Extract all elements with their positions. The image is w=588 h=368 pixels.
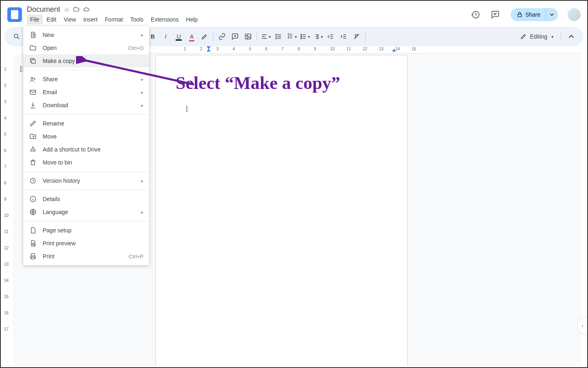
- file-menu-dropdown: New ▸ Open Ctrl+O Make a copy Share ▸ Em…: [23, 26, 149, 265]
- svg-point-6: [301, 38, 302, 39]
- doc-title[interactable]: Document: [27, 5, 60, 14]
- menu-label: Print preview: [43, 240, 144, 247]
- search-icon[interactable]: [11, 30, 23, 43]
- docs-logo-icon[interactable]: [7, 7, 22, 22]
- menu-item-open[interactable]: Open Ctrl+O: [23, 41, 149, 54]
- menu-item-details[interactable]: Details: [23, 193, 149, 206]
- align-button[interactable]: ▾: [259, 30, 272, 43]
- menu-separator: [23, 114, 149, 115]
- ruler-tick: 12: [4, 246, 9, 250]
- link-button[interactable]: [216, 30, 228, 43]
- menu-label: Details: [43, 196, 144, 202]
- menu-label: Move: [43, 133, 144, 140]
- menu-extensions[interactable]: Extensions: [148, 15, 182, 24]
- svg-point-8: [20, 69, 21, 69]
- menu-separator: [23, 221, 149, 221]
- menu-file[interactable]: File: [27, 15, 43, 24]
- ruler-tick: 2: [200, 47, 203, 51]
- ruler-tick: 15: [4, 294, 9, 299]
- menu-item-shortcut[interactable]: Add a shortcut to Drive: [23, 143, 149, 156]
- ruler-tick: 3: [4, 100, 7, 104]
- menu-item-preview[interactable]: Print preview: [23, 237, 149, 250]
- menu-label: Make a copy: [43, 58, 144, 64]
- editing-mode-select[interactable]: Editing ▾: [517, 32, 557, 41]
- text-color-button[interactable]: A: [185, 30, 198, 43]
- ruler-vertical[interactable]: 1234567891011121314151617: [3, 55, 11, 366]
- page-icon: [29, 226, 37, 234]
- checklist-button[interactable]: ▾: [285, 30, 298, 43]
- menubar: File Edit View Insert Format Tools Exten…: [27, 15, 468, 24]
- ruler-tick: 9: [4, 197, 7, 201]
- cloud-saved-icon[interactable]: [83, 6, 89, 13]
- move-to-drive-icon[interactable]: [73, 6, 80, 13]
- star-icon[interactable]: ☆: [63, 6, 70, 13]
- menu-help[interactable]: Help: [183, 15, 201, 24]
- pencil-icon: [520, 33, 527, 40]
- share-button[interactable]: Share: [511, 8, 545, 21]
- menu-item-download[interactable]: Download ▸: [23, 99, 149, 112]
- ruler-tick: 1: [184, 47, 186, 51]
- left-indent-marker[interactable]: [207, 49, 211, 52]
- ruler-tick: 8: [298, 47, 300, 51]
- menu-item-rename[interactable]: Rename: [23, 117, 149, 130]
- ruler-tick: 10: [4, 213, 9, 218]
- indent-decrease-button[interactable]: [324, 30, 337, 43]
- menu-label: Version history: [43, 178, 135, 184]
- menu-item-make-a-copy[interactable]: Make a copy: [23, 54, 149, 67]
- svg-point-1: [14, 34, 18, 38]
- avatar[interactable]: [568, 8, 581, 21]
- bulleted-list-button[interactable]: ▾: [298, 30, 311, 43]
- image-button[interactable]: [242, 30, 254, 43]
- menu-label: Move to bin: [43, 159, 144, 166]
- clear-format-button[interactable]: [351, 30, 363, 43]
- comments-icon[interactable]: [488, 7, 503, 22]
- menu-item-page-setup[interactable]: Page setup: [23, 224, 149, 237]
- menu-item-bin[interactable]: Move to bin: [23, 156, 149, 169]
- menu-item-share[interactable]: Share ▸: [23, 73, 149, 86]
- svg-rect-10: [32, 60, 35, 63]
- menu-format[interactable]: Format: [102, 15, 126, 24]
- ruler-tick: 13: [379, 47, 383, 51]
- ruler-tick: 7: [281, 47, 284, 51]
- menu-label: Rename: [43, 120, 144, 127]
- page[interactable]: [155, 55, 407, 366]
- share-dropdown[interactable]: [545, 8, 558, 21]
- ruler-tick: 6: [4, 148, 7, 153]
- menu-shortcut: Ctrl+O: [128, 45, 144, 51]
- chevron-down-icon: ▾: [551, 35, 553, 39]
- comment-button[interactable]: [229, 30, 241, 43]
- menu-tools[interactable]: Tools: [127, 15, 147, 24]
- underline-button[interactable]: U: [172, 30, 185, 43]
- ruler-tick: 14: [395, 47, 400, 51]
- svg-point-7: [20, 67, 21, 67]
- indent-increase-button[interactable]: [338, 30, 350, 43]
- menu-item-move[interactable]: Move: [23, 130, 149, 143]
- ruler-tick: 9: [314, 47, 316, 51]
- download-icon: [29, 101, 37, 109]
- menu-item-version[interactable]: Version history ▸: [23, 174, 149, 187]
- trash-icon: [29, 158, 37, 167]
- ruler-tick: 5: [4, 132, 7, 136]
- menu-item-language[interactable]: Language ▸: [23, 206, 149, 219]
- submenu-arrow-icon: ▸: [141, 90, 144, 95]
- menu-view[interactable]: View: [61, 15, 79, 24]
- menu-item-email[interactable]: Email ▸: [23, 86, 149, 99]
- italic-button[interactable]: I: [159, 30, 172, 43]
- submenu-arrow-icon: ▸: [141, 210, 144, 215]
- menu-item-print[interactable]: Print Ctrl+P: [23, 250, 149, 263]
- collapse-toolbar-icon[interactable]: [565, 30, 577, 43]
- menu-edit[interactable]: Edit: [44, 15, 60, 24]
- menu-insert[interactable]: Insert: [80, 15, 101, 24]
- line-spacing-button[interactable]: [272, 30, 285, 43]
- menu-separator: [23, 190, 149, 190]
- rename-icon: [29, 119, 37, 128]
- move-icon: [29, 132, 37, 141]
- chevron-down-icon: [550, 13, 554, 17]
- history-icon[interactable]: [468, 7, 483, 22]
- numbered-list-button[interactable]: 1▾: [311, 30, 324, 43]
- ruler-tick: 14: [4, 278, 9, 283]
- highlight-button[interactable]: [198, 30, 211, 43]
- email-icon: [29, 88, 37, 96]
- menu-item-new[interactable]: New ▸: [23, 28, 149, 41]
- menu-label: Add a shortcut to Drive: [43, 146, 144, 153]
